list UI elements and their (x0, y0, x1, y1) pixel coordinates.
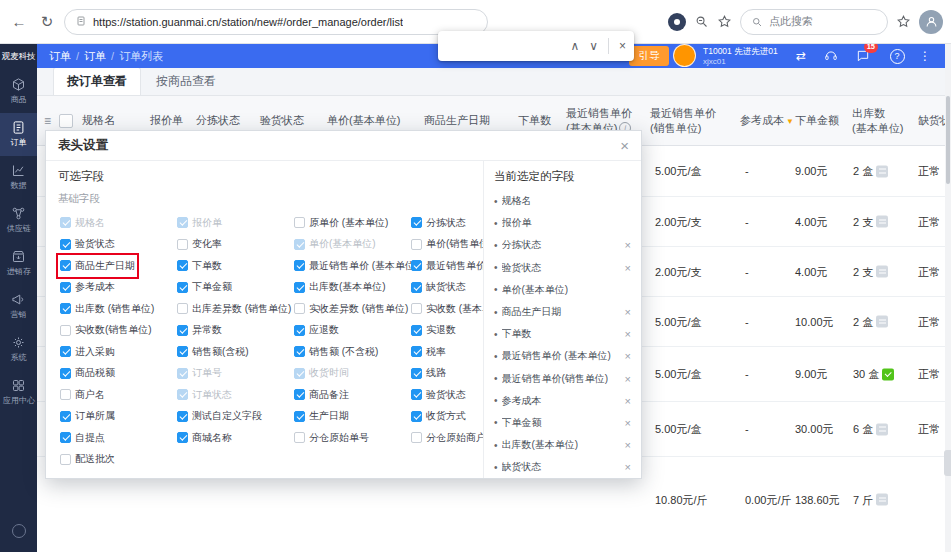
qty-detail-icon[interactable] (876, 216, 888, 228)
field-option[interactable]: 实收数(销售单位) (58, 320, 154, 342)
sidebar-item-inventory[interactable]: 进销存 (0, 242, 37, 285)
checkbox[interactable] (294, 303, 305, 314)
checkbox[interactable] (294, 325, 305, 336)
sort-desc-icon[interactable]: ▼ (786, 117, 794, 126)
sidebar-item-order[interactable]: 订单 (0, 113, 37, 156)
checkbox[interactable] (411, 260, 422, 271)
zoom-icon[interactable] (694, 14, 709, 29)
breadcrumb-item[interactable]: 订单 (84, 49, 106, 64)
checkbox[interactable] (177, 303, 188, 314)
field-option-highlighted[interactable]: 商品生产日期 (58, 255, 137, 277)
star-icon[interactable] (717, 14, 732, 29)
find-close-button[interactable]: × (619, 39, 626, 53)
field-option[interactable]: 配送批次 (58, 449, 117, 471)
field-option[interactable]: 异常数 (175, 320, 224, 342)
checkbox[interactable] (411, 239, 422, 250)
field-option[interactable]: 商品备注 (292, 384, 351, 406)
checkbox[interactable] (60, 454, 71, 465)
checkbox[interactable] (294, 260, 305, 271)
field-option[interactable]: 缺货状态 (409, 277, 468, 299)
checkbox[interactable] (60, 432, 71, 443)
field-option[interactable]: 实收差异数 (销售单位) (292, 298, 410, 320)
remove-field-button[interactable]: × (621, 239, 631, 251)
checkbox[interactable] (411, 432, 422, 443)
find-input[interactable] (446, 37, 560, 55)
field-option[interactable]: 分仓原始单号 (292, 427, 371, 449)
find-next-button[interactable]: ∨ (589, 39, 598, 53)
qty-detail-icon[interactable] (876, 165, 888, 177)
remove-field-button[interactable]: × (621, 439, 631, 451)
modal-close-icon[interactable]: × (620, 137, 629, 154)
remove-field-button[interactable]: × (621, 461, 631, 473)
checkbox[interactable] (60, 239, 71, 250)
field-option[interactable]: 原单价 (基本单位) (292, 212, 390, 234)
checkbox[interactable] (177, 432, 188, 443)
checkbox[interactable] (294, 411, 305, 422)
column-header[interactable]: 出库数(基本单位) (852, 96, 903, 145)
user-avatar[interactable] (673, 44, 696, 67)
column-header[interactable]: 下单金额 (795, 96, 839, 145)
guide-button[interactable]: 引导 (629, 46, 669, 66)
checkbox[interactable] (411, 411, 422, 422)
column-settings-icon[interactable]: ≡ (44, 114, 51, 128)
sidebar-item-gear[interactable]: 系统 (0, 328, 37, 371)
checkbox[interactable] (60, 411, 71, 422)
field-option[interactable]: 最近销售单价 (基本单位) (292, 255, 420, 277)
extension-icon[interactable] (668, 13, 686, 31)
field-option[interactable]: 收货方式 (409, 406, 468, 428)
checkbox[interactable] (294, 346, 305, 357)
qty-detail-icon[interactable] (882, 368, 894, 380)
checkbox[interactable] (294, 432, 305, 443)
field-option[interactable]: 税率 (409, 341, 448, 363)
logo[interactable]: 观麦科技 (0, 44, 37, 70)
checkbox[interactable] (294, 217, 305, 228)
side-panel-handle[interactable] (944, 450, 951, 476)
tab-order-view[interactable]: 按订单查看 (53, 67, 141, 95)
remove-field-button[interactable]: × (621, 328, 631, 340)
checkbox[interactable] (60, 282, 71, 293)
breadcrumb-item[interactable]: 订单列表 (119, 49, 163, 64)
field-option[interactable]: 下单数 (175, 255, 224, 277)
field-option[interactable]: 验货状态 (409, 384, 468, 406)
field-option[interactable]: 出库数(基本单位) (292, 277, 388, 299)
browser-profile-avatar[interactable] (919, 10, 943, 34)
collapse-icon[interactable] (12, 524, 26, 538)
checkbox[interactable] (177, 239, 188, 250)
field-option[interactable]: 销售额 (不含税) (292, 341, 380, 363)
field-option[interactable]: 分仓原始商户名 (409, 427, 483, 449)
checkbox[interactable] (60, 368, 71, 379)
checkbox[interactable] (60, 260, 71, 271)
field-option[interactable]: 实收数 (基本单位) (409, 298, 483, 320)
field-option[interactable]: 商品税额 (58, 363, 117, 385)
field-option[interactable]: 进入采购 (58, 341, 117, 363)
qty-detail-icon[interactable] (876, 494, 888, 506)
field-option[interactable]: 单价(销售单位) (409, 234, 483, 256)
remove-field-button[interactable]: × (621, 373, 631, 385)
checkbox[interactable] (177, 282, 188, 293)
user-info[interactable]: T10001 先进先进01 xjxc01 (703, 46, 778, 67)
message-icon[interactable]: 15 (853, 44, 873, 68)
column-header[interactable]: 最近销售单价(销售单位) (650, 96, 716, 145)
find-previous-button[interactable]: ∧ (570, 39, 579, 53)
qty-detail-icon[interactable] (876, 423, 888, 435)
checkbox[interactable] (411, 303, 422, 314)
field-option[interactable]: 订单所属 (58, 406, 117, 428)
field-option[interactable]: 应退数 (292, 320, 341, 342)
checkbox[interactable] (60, 389, 71, 400)
sidebar-item-supply[interactable]: 供应链 (0, 199, 37, 242)
checkbox[interactable] (60, 303, 71, 314)
back-icon[interactable]: ← (8, 13, 30, 30)
qty-detail-icon[interactable] (876, 266, 888, 278)
field-option[interactable]: 变化率 (175, 234, 224, 256)
field-option[interactable]: 销售额(含税) (175, 341, 251, 363)
checkbox[interactable] (411, 217, 422, 228)
field-option[interactable]: 生产日期 (292, 406, 351, 428)
checkbox[interactable] (294, 282, 305, 293)
checkbox[interactable] (177, 411, 188, 422)
field-option[interactable]: 出库差异数 (销售单位) (175, 298, 293, 320)
checkbox[interactable] (411, 325, 422, 336)
favorites-icon[interactable] (896, 14, 911, 29)
scrollbar-thumb[interactable] (946, 96, 950, 184)
column-header[interactable]: 参考成本▼ (740, 96, 794, 145)
checkbox[interactable] (294, 389, 305, 400)
